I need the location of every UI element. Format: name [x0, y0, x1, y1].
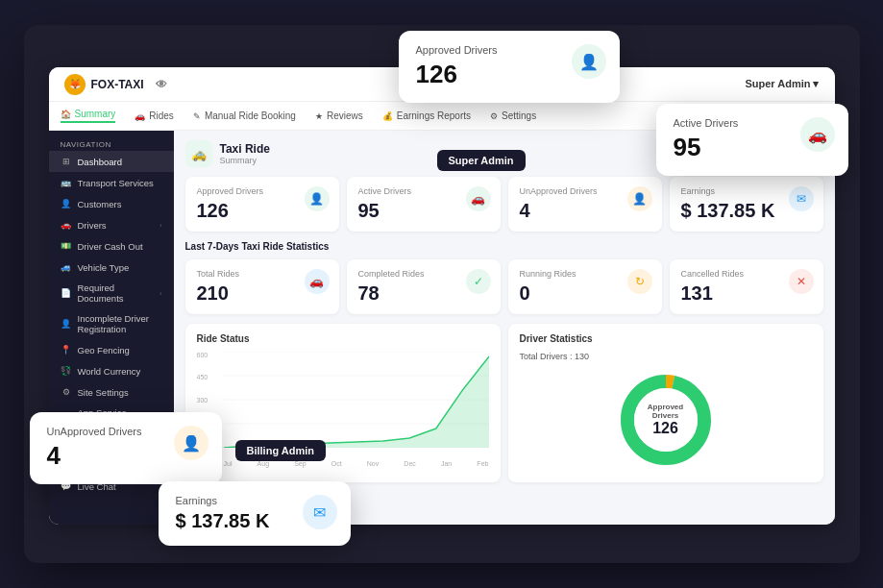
sidebar-item-10[interactable]: ⚙ Site Settings: [49, 381, 174, 403]
stats-grid: Approved Drivers 126 👤 Active Drivers 95…: [185, 177, 823, 232]
page-title: Taxi Ride: [220, 142, 270, 156]
sidebar-icon-5: 🚙: [61, 261, 72, 273]
sidebar-label-7: Incomplete Driver Registration: [78, 313, 162, 334]
rides-stat-card-1: Completed Rides 78 ✓: [347, 259, 501, 314]
tab-reviews-label: Reviews: [327, 110, 363, 121]
donut-label-title: Approved Drivers: [639, 403, 692, 420]
rides-stat-icon-0: 🚗: [305, 269, 330, 294]
rides-stat-icon-2: ↻: [627, 269, 652, 294]
sidebar-icon-10: ⚙: [61, 386, 72, 398]
rides-stat-icon-1: ✓: [466, 269, 491, 294]
active-card-icon: 🚗: [800, 117, 835, 152]
tab-settings-label: Settings: [502, 110, 536, 121]
sidebar-item-3[interactable]: 🚗 Drivers ›: [49, 214, 174, 235]
sidebar-item-0[interactable]: ⊞ Dashboard: [49, 151, 174, 172]
donut-label-value: 126: [639, 420, 692, 437]
ride-status-chart-card: Ride Status 600 450 300 150 0: [185, 324, 501, 482]
sidebar-item-4[interactable]: 💵 Driver Cash Out: [49, 235, 174, 257]
tab-earnings[interactable]: 💰 Earnings Reports: [382, 110, 471, 121]
sidebar-icon-3: 🚗: [61, 219, 72, 231]
sidebar-label-0: Dashboard: [78, 157, 162, 167]
sidebar-label-4: Driver Cash Out: [78, 241, 162, 252]
outer-container: 🦊 FOX-TAXI 👁 Super Admin ▾ 🏠 Summary 🚗 R…: [24, 25, 860, 563]
ride-status-chart-title: Ride Status: [197, 333, 489, 344]
sidebar-label-8: Geo Fencing: [78, 345, 162, 355]
super-admin-tooltip: Super Admin: [437, 150, 526, 171]
billing-admin-tooltip: Billing Admin: [235, 440, 326, 461]
sidebar-label-10: Site Settings: [78, 387, 162, 398]
floating-card-approved: Approved Drivers 126 👤: [399, 31, 620, 103]
logo-text: FOX-TAXI: [91, 78, 144, 91]
sidebar-icon-0: ⊞: [61, 156, 72, 167]
sidebar-icon-8: 📍: [61, 344, 72, 355]
chart-x-labels: Jul Aug Sep Oct Nov Dec Jan Feb: [224, 460, 489, 467]
tab-manual-icon: ✎: [193, 111, 201, 121]
tab-summary-label: Summary: [75, 109, 116, 119]
donut-container: Total Drivers : 130: [520, 352, 812, 473]
sidebar-item-1[interactable]: 🚌 Transport Services: [49, 172, 174, 193]
sidebar-label-2: Customers: [78, 199, 162, 209]
logo-icon: 🦊: [64, 74, 86, 95]
tab-earnings-icon: 💰: [382, 111, 393, 121]
donut-total-label: Total Drivers : 130: [520, 352, 590, 361]
tab-rides[interactable]: 🚗 Rides: [135, 110, 174, 121]
driver-stats-title: Driver Statistics: [520, 333, 812, 344]
stat-card-1: Active Drivers 95 🚗: [347, 177, 501, 232]
sidebar-item-5[interactable]: 🚙 Vehicle Type: [49, 257, 174, 278]
sidebar-arrow-3: ›: [159, 222, 161, 229]
page-header-text: Taxi Ride Summary: [220, 142, 270, 165]
sidebar-item-7[interactable]: 👤 Incomplete Driver Registration: [49, 308, 174, 339]
tab-reviews-icon: ★: [315, 111, 323, 121]
admin-label[interactable]: Super Admin ▾: [745, 78, 819, 90]
sidebar-label-9: World Currency: [78, 366, 162, 377]
sidebar-label-6: Required Documents: [78, 282, 155, 304]
sidebar-label-3: Drivers: [78, 220, 155, 231]
rides-stat-card-0: Total Rides 210 🚗: [185, 259, 339, 314]
sidebar-icon-2: 👤: [61, 198, 72, 209]
sidebar-icon-7: 👤: [61, 318, 72, 330]
rides-stat-card-3: Cancelled Rides 131 ✕: [670, 259, 823, 314]
stat-card-3: Earnings $ 137.85 K ✉: [670, 177, 823, 232]
floating-card-earnings: Earnings $ 137.85 K ✉: [159, 481, 351, 546]
sidebar-item-2[interactable]: 👤 Customers: [49, 193, 174, 214]
sidebar-item-6[interactable]: 📄 Required Documents ›: [49, 278, 174, 308]
earnings-card-icon: ✉: [303, 495, 337, 529]
sidebar-icon-6: 📄: [61, 287, 72, 299]
chart-area: [224, 352, 489, 448]
logo-area: 🦊 FOX-TAXI 👁: [64, 74, 180, 95]
sidebar-item-9[interactable]: 💱 World Currency: [49, 360, 174, 381]
tab-reviews[interactable]: ★ Reviews: [315, 110, 363, 121]
tab-rides-icon: 🚗: [135, 111, 145, 121]
sidebar-item-8[interactable]: 📍 Geo Fencing: [49, 339, 174, 360]
stat-icon-2: 👤: [627, 186, 652, 211]
eye-icon[interactable]: 👁: [156, 78, 167, 91]
page-content: 🚕 Taxi Ride Summary Approved Drivers 126…: [174, 131, 835, 525]
rides-stat-icon-3: ✕: [789, 269, 814, 294]
sidebar-nav-label: Navigation: [49, 135, 174, 151]
sidebar-icon-4: 💵: [61, 240, 72, 252]
stat-icon-0: 👤: [305, 186, 330, 211]
stat-icon-3: ✉: [789, 186, 814, 211]
unapproved-card-icon: 👤: [174, 426, 208, 460]
tab-summary[interactable]: 🏠 Summary: [61, 109, 116, 123]
donut-wrapper: Approved Drivers 126: [613, 367, 719, 473]
rides-grid: Total Rides 210 🚗 Completed Rides 78 ✓ R…: [185, 259, 823, 314]
rides-section-title: Last 7-Days Taxi Ride Statistics: [185, 241, 823, 252]
sidebar-arrow-6: ›: [159, 290, 161, 297]
sidebar-label-5: Vehicle Type: [78, 262, 162, 273]
approved-card-icon: 👤: [572, 44, 606, 79]
page-header-icon: 🚕: [185, 140, 212, 167]
rides-stat-card-2: Running Rides 0 ↻: [508, 259, 662, 314]
tab-settings[interactable]: ⚙ Settings: [490, 110, 536, 121]
page-subtitle: Summary: [220, 156, 270, 165]
floating-card-active: Active Drivers 95 🚗: [656, 104, 848, 176]
tab-rides-label: Rides: [149, 110, 174, 121]
stat-card-0: Approved Drivers 126 👤: [185, 177, 339, 232]
tab-manual-label: Manual Ride Booking: [205, 110, 296, 121]
tab-settings-icon: ⚙: [490, 111, 498, 121]
sidebar-icon-9: 💱: [61, 365, 72, 377]
tab-manual[interactable]: ✎ Manual Ride Booking: [193, 110, 296, 121]
tab-earnings-label: Earnings Reports: [397, 110, 471, 121]
sidebar-icon-1: 🚌: [61, 177, 72, 188]
driver-stats-chart-card: Driver Statistics Total Drivers : 130: [508, 324, 823, 482]
